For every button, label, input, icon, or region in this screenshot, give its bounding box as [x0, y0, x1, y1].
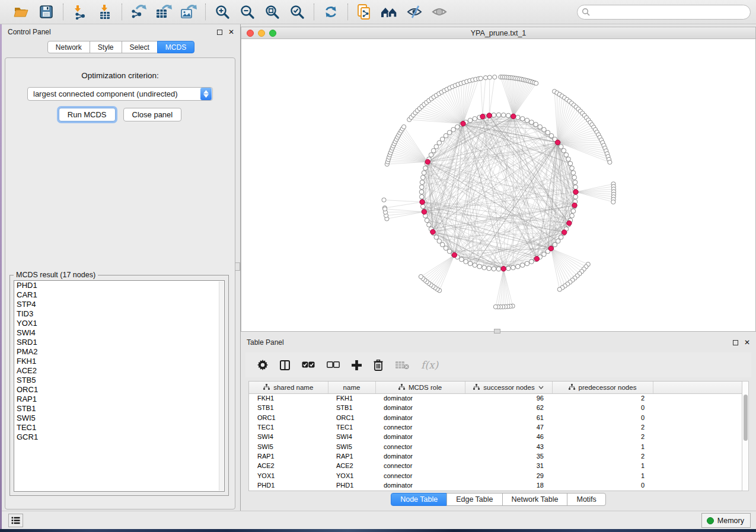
table-cell[interactable]: FKH1 — [249, 393, 328, 403]
table-row[interactable]: ORC1ORC1dominator610 — [249, 413, 743, 422]
network-window-titlebar[interactable]: YPA_prune.txt_1 — [241, 27, 755, 39]
mcds-result-item[interactable]: TEC1 — [14, 423, 224, 432]
table-cell[interactable]: 46 — [465, 432, 552, 441]
tab-edge-table[interactable]: Edge Table — [446, 493, 502, 506]
table-cell[interactable]: TEC1 — [328, 422, 375, 432]
zoom-in-icon[interactable] — [212, 2, 233, 21]
import-network-icon[interactable] — [69, 2, 91, 21]
table-cell[interactable]: SWI4 — [328, 432, 375, 441]
table-cell[interactable]: TEC1 — [249, 422, 328, 432]
table-cell[interactable]: PHD1 — [328, 480, 375, 490]
table-cell[interactable]: YOX1 — [328, 470, 375, 480]
select-all-columns-icon[interactable] — [302, 361, 315, 368]
mcds-result-item[interactable]: YOX1 — [14, 319, 224, 328]
table-row[interactable]: RAP1RAP1dominator352 — [249, 451, 743, 461]
table-cell[interactable]: 31 — [465, 461, 552, 470]
mcds-result-item[interactable]: SWI5 — [14, 414, 224, 423]
import-table-icon[interactable] — [94, 2, 116, 21]
settings-gear-icon[interactable] — [257, 360, 268, 370]
table-row[interactable]: TEC1TEC1connector472 — [249, 422, 743, 432]
mcds-result-item[interactable]: SRD1 — [14, 338, 224, 347]
table-cell[interactable]: 2 — [552, 422, 653, 432]
mcds-result-item[interactable]: RAP1 — [14, 395, 224, 404]
float-window-icon[interactable] — [733, 340, 738, 345]
table-cell[interactable]: 1 — [552, 461, 653, 470]
table-cell[interactable]: connector — [375, 461, 465, 470]
table-cell[interactable]: dominator — [375, 403, 465, 412]
memory-button[interactable]: Memory — [701, 513, 751, 528]
table-cell[interactable]: 1 — [552, 470, 653, 480]
column-layout-icon[interactable] — [280, 360, 290, 370]
table-cell[interactable]: SWI5 — [328, 441, 375, 451]
tab-select[interactable]: Select — [122, 41, 158, 53]
mcds-result-item[interactable]: FKH1 — [14, 357, 224, 366]
table-row[interactable]: STB1STB1dominator620 — [249, 403, 743, 412]
mcds-result-item[interactable]: ACE2 — [14, 366, 224, 376]
tab-style[interactable]: Style — [90, 41, 122, 53]
unselect-all-columns-icon[interactable] — [327, 361, 340, 368]
column-header[interactable]: MCDS role — [375, 382, 465, 393]
table-cell[interactable]: SWI4 — [249, 432, 328, 441]
tab-node-table[interactable]: Node Table — [391, 493, 447, 506]
task-history-button[interactable] — [8, 514, 23, 527]
zoom-out-icon[interactable] — [237, 2, 258, 21]
table-cell[interactable]: RAP1 — [249, 451, 328, 461]
table-cell[interactable]: 35 — [465, 451, 552, 461]
table-row[interactable]: SWI5SWI5connector431 — [249, 441, 743, 451]
mcds-list-scrollbar[interactable] — [219, 281, 224, 491]
table-cell[interactable]: PHD1 — [249, 480, 328, 490]
horizontal-splitter-handle[interactable] — [494, 329, 500, 334]
table-cell[interactable]: FKH1 — [328, 393, 375, 403]
table-row[interactable]: PHD1PHD1dominator180 — [249, 480, 743, 490]
table-cell[interactable]: connector — [375, 441, 465, 451]
table-cell[interactable]: 62 — [465, 403, 552, 412]
network-canvas[interactable] — [241, 39, 755, 331]
table-cell[interactable]: 61 — [465, 413, 552, 422]
table-cell[interactable]: 43 — [465, 441, 552, 451]
table-cell[interactable]: 2 — [552, 393, 653, 403]
close-panel-icon[interactable]: ✕ — [228, 30, 234, 35]
mcds-result-item[interactable]: TID3 — [14, 309, 224, 319]
export-network-icon[interactable] — [128, 2, 149, 21]
show-panels-icon[interactable] — [429, 2, 450, 21]
table-scrollbar-thumb[interactable] — [744, 395, 748, 441]
mcds-result-item[interactable]: STB1 — [14, 404, 224, 414]
table-cell[interactable]: YOX1 — [249, 470, 328, 480]
close-panel-button[interactable]: Close panel — [123, 108, 182, 121]
zoom-selected-icon[interactable] — [286, 2, 308, 21]
mcds-result-item[interactable]: GCR1 — [14, 432, 224, 442]
column-header[interactable]: shared name — [249, 382, 328, 393]
table-cell[interactable]: 18 — [465, 480, 552, 490]
table-cell[interactable]: SWI5 — [249, 441, 328, 451]
export-image-icon[interactable] — [178, 2, 199, 21]
table-cell[interactable]: dominator — [375, 413, 465, 422]
table-cell[interactable]: STB1 — [249, 403, 328, 412]
delete-column-icon[interactable] — [374, 360, 383, 371]
close-panel-icon[interactable]: ✕ — [744, 340, 750, 345]
panel-splitter-handle[interactable] — [235, 262, 240, 271]
table-cell[interactable]: 2 — [552, 451, 653, 461]
mcds-result-item[interactable]: PHD1 — [14, 281, 224, 290]
table-cell[interactable]: 0 — [552, 480, 653, 490]
column-header[interactable]: predecessor nodes — [552, 382, 653, 393]
mcds-result-item[interactable]: CAR1 — [14, 290, 224, 300]
hide-panels-icon[interactable] — [404, 2, 425, 21]
column-header[interactable]: successor nodes — [465, 382, 552, 393]
tab-network-table[interactable]: Network Table — [502, 493, 568, 506]
table-row[interactable]: FKH1FKH1dominator962 — [249, 393, 743, 403]
table-cell[interactable]: 96 — [465, 393, 552, 403]
tab-network[interactable]: Network — [47, 41, 90, 53]
clone-network-icon[interactable] — [354, 2, 375, 21]
node-table[interactable]: shared namenameMCDS rolesuccessor nodesp… — [248, 381, 743, 491]
table-row[interactable]: ACE2ACE2connector311 — [249, 461, 743, 470]
run-mcds-button[interactable]: Run MCDS — [59, 108, 116, 121]
column-header[interactable]: name — [328, 382, 375, 393]
table-cell[interactable]: dominator — [375, 393, 465, 403]
table-cell[interactable]: dominator — [375, 451, 465, 461]
table-cell[interactable]: dominator — [375, 480, 465, 490]
add-column-icon[interactable] — [352, 360, 362, 370]
tab-motifs[interactable]: Motifs — [567, 493, 605, 506]
table-cell[interactable]: ORC1 — [328, 413, 375, 422]
table-cell[interactable]: 47 — [465, 422, 552, 432]
float-window-icon[interactable] — [217, 30, 222, 35]
